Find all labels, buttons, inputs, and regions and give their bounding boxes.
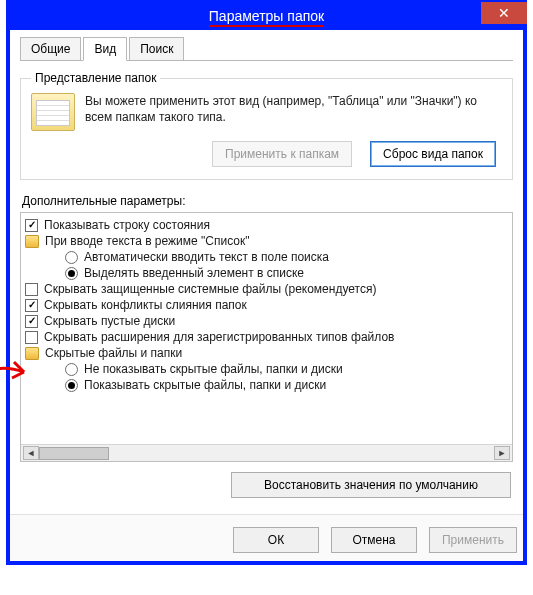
window-title: Параметры папок [209,8,324,27]
checkbox-icon[interactable] [25,299,38,312]
tab-strip: Общие Вид Поиск [20,36,513,61]
adv-item-6[interactable]: Скрывать пустые диски [25,313,510,329]
page-background-strip [527,0,533,595]
close-button[interactable]: ✕ [481,2,527,24]
scroll-right-icon[interactable]: ► [494,446,510,460]
checkbox-icon[interactable] [25,315,38,328]
adv-item-label: Скрывать пустые диски [44,314,175,328]
checkbox-icon[interactable] [25,219,38,232]
dialog-window: Параметры папок ✕ Общие Вид Поиск Предст… [6,0,527,565]
adv-item-label: Не показывать скрытые файлы, папки и дис… [84,362,343,376]
scroll-left-icon[interactable]: ◄ [23,446,39,460]
adv-item-7[interactable]: Скрывать расширения для зарегистрированн… [25,329,510,345]
adv-item-3[interactable]: Выделять введенный элемент в списке [25,265,510,281]
apply-to-folders-button[interactable]: Применить к папкам [212,141,352,167]
checkbox-icon[interactable] [25,283,38,296]
checkbox-icon[interactable] [25,331,38,344]
titlebar[interactable]: Параметры папок ✕ [10,4,523,30]
horizontal-scrollbar[interactable]: ◄ ► [21,444,512,461]
advanced-settings-label: Дополнительные параметры: [22,194,513,208]
advanced-settings-box: Показывать строку состоянияПри вводе тек… [20,212,513,462]
tab-search[interactable]: Поиск [129,37,184,61]
tab-general[interactable]: Общие [20,37,81,61]
adv-item-1[interactable]: При вводе текста в режиме "Список" [25,233,510,249]
adv-item-8[interactable]: Скрытые файлы и папки [25,345,510,361]
adv-item-label: Автоматически вводить текст в поле поиск… [84,250,329,264]
adv-item-label: При вводе текста в режиме "Список" [45,234,250,248]
folder-options-icon [31,93,75,131]
folder-view-group: Представление папок Вы можете применить … [20,71,513,180]
dialog-buttons: ОК Отмена Применить [10,514,523,561]
folder-icon [25,347,39,360]
radio-icon[interactable] [65,363,78,376]
dialog-body: Общие Вид Поиск Представление папок Вы м… [10,30,523,561]
adv-item-label: Показывать строку состояния [44,218,210,232]
adv-item-label: Скрывать защищенные системные файлы (рек… [44,282,376,296]
folder-view-description: Вы можете применить этот вид (например, … [85,93,502,131]
adv-item-label: Скрывать расширения для зарегистрированн… [44,330,394,344]
folder-icon [25,235,39,248]
adv-item-label: Показывать скрытые файлы, папки и диски [84,378,326,392]
adv-item-label: Скрытые файлы и папки [45,346,182,360]
scroll-thumb[interactable] [39,447,109,460]
adv-item-9[interactable]: Не показывать скрытые файлы, папки и дис… [25,361,510,377]
close-icon: ✕ [498,5,510,21]
adv-item-0[interactable]: Показывать строку состояния [25,217,510,233]
adv-item-label: Скрывать конфликты слияния папок [44,298,247,312]
adv-item-label: Выделять введенный элемент в списке [84,266,304,280]
cancel-button[interactable]: Отмена [331,527,417,553]
adv-item-2[interactable]: Автоматически вводить текст в поле поиск… [25,249,510,265]
ok-button[interactable]: ОК [233,527,319,553]
folder-view-legend: Представление папок [31,71,160,85]
adv-item-5[interactable]: Скрывать конфликты слияния папок [25,297,510,313]
radio-icon[interactable] [65,267,78,280]
adv-item-4[interactable]: Скрывать защищенные системные файлы (рек… [25,281,510,297]
tab-view[interactable]: Вид [83,37,127,61]
radio-icon[interactable] [65,251,78,264]
advanced-settings-list[interactable]: Показывать строку состоянияПри вводе тек… [25,217,510,441]
restore-defaults-button[interactable]: Восстановить значения по умолчанию [231,472,511,498]
radio-icon[interactable] [65,379,78,392]
apply-button[interactable]: Применить [429,527,517,553]
reset-folders-button[interactable]: Сброс вида папок [370,141,496,167]
adv-item-10[interactable]: Показывать скрытые файлы, папки и диски [25,377,510,393]
